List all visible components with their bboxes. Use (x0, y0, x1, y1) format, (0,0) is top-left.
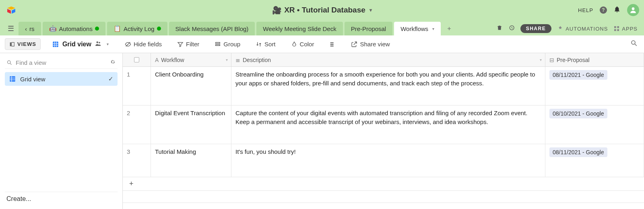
cell-workflow[interactable]: Client Onboarding (151, 67, 231, 105)
history-icon[interactable] (508, 25, 515, 33)
table-row[interactable]: 1 Client Onboarding Streamline the onboa… (123, 67, 644, 106)
svg-rect-18 (216, 42, 220, 43)
search-button[interactable] (629, 38, 639, 50)
eye-off-icon (125, 41, 131, 48)
tab-rs[interactable]: ‹ rs (19, 22, 41, 35)
svg-rect-9 (12, 42, 14, 46)
color-button[interactable]: Color (288, 39, 318, 49)
view-name: Grid view (62, 41, 91, 48)
chevron-down-icon[interactable]: ▾ (107, 42, 109, 46)
grid-icon (52, 41, 59, 48)
tab-automations[interactable]: 🤖 Automations (43, 22, 105, 35)
collaborators-icon[interactable] (95, 40, 102, 49)
linked-record-pill[interactable]: 08/11/2021 - Google (549, 70, 607, 80)
check-icon: ✓ (108, 75, 114, 83)
apps-button[interactable]: APPS (613, 25, 638, 32)
tab-activity-log[interactable]: 📋 Activity Log (107, 22, 167, 35)
linked-record-pill[interactable]: 08/11/2021 - Google (549, 147, 607, 157)
svg-line-26 (10, 63, 11, 64)
svg-rect-19 (216, 44, 220, 46)
views-sidebar: Grid view ✓ Create... (0, 53, 123, 209)
airtable-logo[interactable] (6, 5, 16, 15)
column-header-preproposal[interactable]: ⊟ Pre-Proposal (545, 53, 644, 66)
group-icon (215, 41, 221, 48)
svg-point-23 (632, 41, 635, 44)
help-link[interactable]: HELP (578, 7, 593, 13)
grid-header-row: A Workflow ▾ ≣ Description ▾ ⊟ Pre-Propo… (123, 53, 644, 67)
linked-record-pill[interactable]: 08/10/2021 - Google (549, 109, 607, 118)
table-tabs-bar: ☰ ‹ rs 🤖 Automations 📋 Activity Log Slac… (0, 20, 644, 35)
user-avatar[interactable] (627, 4, 639, 16)
svg-rect-10 (53, 41, 58, 47)
add-table-button[interactable] (442, 22, 456, 35)
svg-marker-1 (7, 9, 11, 14)
tab-workflows[interactable]: Workflows ▾ (394, 22, 441, 35)
table-row[interactable]: 2 Digital Event Transcription Capture th… (123, 106, 644, 144)
cell-preproposal[interactable]: 08/11/2021 - Google (545, 144, 644, 177)
cell-description[interactable]: It's fun, you should try! (231, 144, 545, 177)
current-view-selector[interactable]: Grid view ▾ (48, 38, 113, 50)
help-icon[interactable]: ? (600, 6, 607, 14)
tab-pre-proposal[interactable]: Pre-Proposal (345, 22, 393, 35)
select-all-cell[interactable] (123, 53, 151, 66)
cell-preproposal[interactable]: 08/11/2021 - Google (545, 67, 644, 105)
longtext-field-icon: ≣ (235, 57, 240, 63)
data-grid: A Workflow ▾ ≣ Description ▾ ⊟ Pre-Propo… (123, 53, 644, 209)
tab-weekly-meeting[interactable]: Weekly Meeting Slide Deck (256, 22, 343, 35)
grid-icon (9, 75, 16, 83)
cell-description[interactable]: Streamline the onboarding process for a … (231, 67, 545, 105)
cell-description[interactable]: Capture the content of your digital even… (231, 106, 545, 144)
app-header: 🎥 XR • Tutorial Database ▾ HELP ? (0, 0, 644, 20)
chevron-down-icon[interactable]: ▾ (540, 58, 542, 62)
automations-icon (557, 25, 564, 32)
views-sidebar-toggle[interactable]: VIEWS (5, 38, 41, 50)
chevron-down-icon[interactable]: ▾ (369, 7, 372, 13)
search-icon (630, 39, 638, 47)
create-view-button[interactable]: Create... (5, 192, 118, 206)
svg-rect-27 (10, 76, 15, 82)
hide-fields-button[interactable]: Hide fields (122, 39, 165, 49)
column-header-description[interactable]: ≣ Description ▾ (231, 53, 545, 66)
search-icon (6, 60, 12, 66)
tables-menu-icon[interactable]: ☰ (5, 22, 17, 35)
svg-rect-20 (330, 42, 334, 43)
share-view-button[interactable]: Share view (348, 39, 393, 49)
share-icon (351, 41, 357, 48)
trash-icon[interactable] (496, 25, 503, 33)
sort-button[interactable]: Sort (252, 39, 279, 49)
share-button[interactable]: SHARE (520, 24, 552, 33)
notifications-icon[interactable] (613, 6, 621, 15)
row-number[interactable]: 2 (123, 106, 151, 144)
cell-workflow[interactable]: Tutorial Making (151, 144, 231, 177)
column-header-workflow[interactable]: A Workflow ▾ (151, 53, 231, 66)
base-title[interactable]: 🎥 XR • Tutorial Database ▾ (272, 6, 372, 15)
row-height-button[interactable] (326, 39, 339, 49)
row-number[interactable]: 1 (123, 67, 151, 105)
filter-icon (177, 41, 184, 48)
add-row-button[interactable]: + (123, 177, 644, 191)
cell-preproposal[interactable]: 08/10/2021 - Google (545, 106, 644, 144)
checkbox[interactable] (134, 57, 139, 62)
svg-rect-8 (10, 42, 11, 46)
filter-button[interactable]: Filter (174, 39, 202, 49)
clipboard-icon: 📋 (114, 25, 121, 32)
cell-workflow[interactable]: Digital Event Transcription (151, 106, 231, 144)
svg-rect-22 (330, 46, 334, 46)
row-number[interactable]: 3 (123, 144, 151, 177)
find-view-input[interactable] (16, 59, 107, 66)
chevron-down-icon[interactable]: ▾ (432, 27, 434, 31)
blank-row (123, 191, 644, 203)
gear-icon[interactable] (110, 59, 116, 66)
svg-point-25 (8, 60, 11, 64)
tab-slack-messages[interactable]: Slack Messages (API Blog) (169, 22, 255, 35)
table-row[interactable]: 3 Tutorial Making It's fun, you should t… (123, 144, 644, 177)
group-button[interactable]: Group (211, 39, 244, 49)
text-field-icon: A (155, 57, 159, 63)
back-icon: ‹ (25, 25, 27, 32)
find-view-row (5, 56, 118, 69)
chevron-down-icon[interactable]: ▾ (226, 58, 228, 62)
plus-icon: + (129, 180, 134, 188)
sidebar-view-grid[interactable]: Grid view ✓ (5, 72, 118, 86)
automations-button[interactable]: AUTOMATIONS (557, 25, 608, 32)
camera-icon: 🎥 (272, 6, 282, 15)
